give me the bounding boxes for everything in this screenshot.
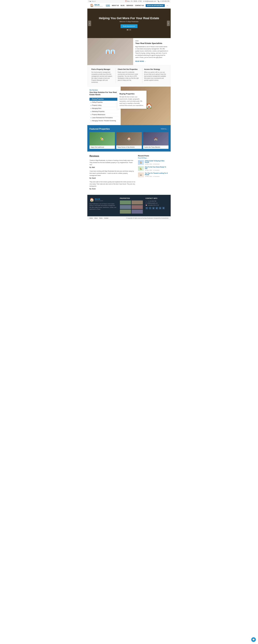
about-image: 👔👔: [87, 38, 133, 65]
recent-posts-panel: Recent Posts Read All Blogs → 🏠 8 Step G…: [138, 155, 169, 192]
footer-mail-icon[interactable]: ✉: [162, 207, 165, 209]
footer-google-icon[interactable]: g: [152, 207, 155, 209]
service-item-tenants[interactable]: Managing Tenants / Resident Screening: [89, 119, 118, 122]
footer-facebook-icon[interactable]: f: [146, 207, 148, 209]
clock-icon: ⏰: [125, 0, 127, 2]
hero-book-btn[interactable]: Book Appointment: [120, 24, 137, 28]
col1-title: Find a Property Manager: [91, 68, 114, 70]
service-item-selling[interactable]: Selling Properties: [89, 101, 118, 104]
footer-email: ✉ info@example.com: [146, 202, 169, 204]
footer-brand: 🏠 BAJA REALESTATE: [89, 198, 117, 202]
view-all-link[interactable]: VIEW ALL →: [161, 128, 169, 130]
hero-section: ‹ Helping You Get More For Your Real Est…: [87, 8, 171, 38]
featured-header: Featured Properties VIEW ALL →: [89, 128, 169, 130]
footer-link-terms[interactable]: Terms: [99, 218, 102, 219]
footer-contact-heading: CONTACT INFO: [146, 198, 169, 199]
featured-section: Featured Properties VIEW ALL → 🏡 Happy O…: [87, 125, 171, 152]
post-1-info: 8 Step Guide To Buying A New House 14 No…: [145, 160, 169, 165]
service-item-lease[interactable]: Lease Renewals And Terminations: [89, 116, 118, 119]
reviews-heading: Reviews: [89, 155, 135, 158]
services-content-title: Buying Properties: [119, 93, 144, 95]
featured-title: Featured Properties: [89, 128, 110, 130]
reviews-section: Reviews Thanks to Baja Realestate, my dr…: [87, 152, 171, 195]
hero-dots: [99, 29, 159, 30]
logo-name: BAJA: [94, 4, 103, 6]
facebook-icon[interactable]: f: [89, 0, 89, 2]
nav-services[interactable]: SERVICES: [126, 5, 133, 6]
post-2-meta: 14 Nov, 2021 0 Comment: [145, 170, 169, 171]
nav-about[interactable]: ABOUT US: [112, 5, 119, 6]
footer-bottom-links: Home About Terms Contact: [89, 218, 110, 219]
post-2-title[interactable]: How To Get Your Home Ready To Sell: [145, 166, 169, 169]
service-item-listing[interactable]: Property Listing: [89, 104, 118, 107]
post-3: 🏘 Ten Tips For Tenants Looking For A Ren…: [138, 172, 169, 177]
post-1-meta: 14 Nov, 2021 0 Comment: [145, 164, 169, 165]
about-read-more[interactable]: READ MORE →: [135, 60, 146, 62]
about-heading: Your Real Estate Specialists: [135, 42, 169, 44]
nav-book-appointment[interactable]: BOOK AN APPOINTMENT: [146, 4, 165, 7]
footer-link-contact[interactable]: Contact: [104, 218, 108, 219]
footer-prop-3: [120, 205, 131, 209]
footer-link-about[interactable]: About: [94, 218, 97, 219]
col3-text: When you partner with us, you can be sur…: [144, 71, 167, 81]
footer-twitter-icon[interactable]: t: [149, 207, 151, 209]
service-item-marketing[interactable]: Marketing Properties: [89, 110, 118, 113]
service-item-buying[interactable]: Buying Properties: [89, 98, 118, 101]
footer-bottom: Home About Terms Contact © Copyright All…: [87, 216, 171, 220]
post-thumb-2: 🏡: [138, 166, 144, 171]
footer-linkedin-icon[interactable]: in: [159, 207, 161, 209]
nav-contact[interactable]: CONTACT US: [135, 5, 144, 6]
twitter-icon[interactable]: t: [95, 0, 95, 2]
reviewer-1: By: Matt: [89, 166, 135, 168]
youtube-icon[interactable]: ▶: [90, 0, 91, 2]
post-2: 🏡 How To Get Your Home Ready To Sell 14 …: [138, 166, 169, 171]
footer-properties-heading: PROPERTIES: [120, 198, 143, 199]
contact-info: ⏰ Mon - Fri : 09:00 - 17:00 ✉ info@examp…: [125, 0, 169, 2]
post-1-comments: 0 Comment: [153, 164, 160, 165]
footer-pinterest-icon[interactable]: p: [156, 207, 158, 209]
service-item-maintenance[interactable]: Property Maintenance: [89, 113, 118, 116]
hero-dot-3: [130, 29, 131, 30]
service-item-rent[interactable]: Managing Rent: [89, 107, 118, 110]
footer-logo-icon: 🏠: [89, 198, 94, 202]
email-info: ✉ info@example.com: [143, 0, 156, 2]
social-links[interactable]: f ▶ in p t: [89, 0, 95, 2]
col-access-strategy: Access Our Strategy When you partner wit…: [142, 68, 169, 83]
about-line-decor: [135, 41, 139, 41]
footer-logo-sub: REALESTATE: [95, 200, 103, 202]
about-section: 👔👔 Your Real Estate Specialists Baja Rea…: [87, 38, 171, 65]
footer-hours: ⏰ Everyday 9:00-17:00: [146, 204, 169, 206]
hero-subtitle: Welcome To Baja Realestate: [99, 21, 159, 22]
footer-logo-name: BAJA: [95, 198, 103, 200]
post-1-title[interactable]: 8 Step Guide To Buying A New House: [145, 160, 169, 163]
post-3-comments: 0 Comment: [153, 176, 160, 177]
footer-props-grid: [120, 200, 143, 214]
col1-text: Our local property management companies …: [91, 71, 114, 83]
post-thumb-3: 🏘: [138, 172, 144, 177]
nav-blog[interactable]: BLOG: [121, 5, 124, 6]
footer-link-home[interactable]: Home: [89, 218, 93, 219]
post-1-date: 14 Nov, 2021: [145, 164, 152, 165]
services-tag: Our Services: [89, 89, 118, 91]
review-3-text: They were able to find renters quickly a…: [89, 181, 135, 187]
hours-info: ⏰ Mon - Fri : 09:00 - 17:00: [125, 0, 142, 2]
reviewer-2: By: David: [89, 177, 135, 179]
post-1: 🏠 8 Step Guide To Buying A New House 14 …: [138, 160, 169, 165]
footer-logo-col: 🏠 BAJA REALESTATE Baja Realestate is one…: [89, 198, 117, 214]
reviewer-3: By: Kevin: [89, 188, 135, 190]
property-image-1: 🏡: [89, 132, 115, 146]
footer: 🏠 BAJA REALESTATE Baja Realestate is one…: [87, 195, 171, 216]
hero-next-button[interactable]: ›: [167, 21, 170, 26]
nav-more-icon[interactable]: ⋯: [167, 5, 168, 6]
post-3-title[interactable]: Ten Tips For Tenants Looking For A Renta…: [145, 172, 169, 176]
read-all-blogs[interactable]: Read All Blogs →: [138, 157, 169, 159]
services-list: Buying Properties Selling Properties Pro…: [89, 98, 118, 122]
hero-title: Helping You Get More For Your Real Estat…: [99, 16, 159, 20]
property-name-1: Happy Owl Lakehouse: [89, 146, 115, 149]
nav-home[interactable]: HOME: [106, 4, 110, 6]
post-2-date: 14 Nov, 2021: [145, 170, 152, 171]
pinterest-icon[interactable]: p: [94, 0, 94, 2]
hero-prev-button[interactable]: ‹: [88, 21, 91, 26]
post-3-info: Ten Tips For Tenants Looking For A Renta…: [145, 172, 169, 177]
linkedin-icon[interactable]: in: [92, 0, 93, 2]
